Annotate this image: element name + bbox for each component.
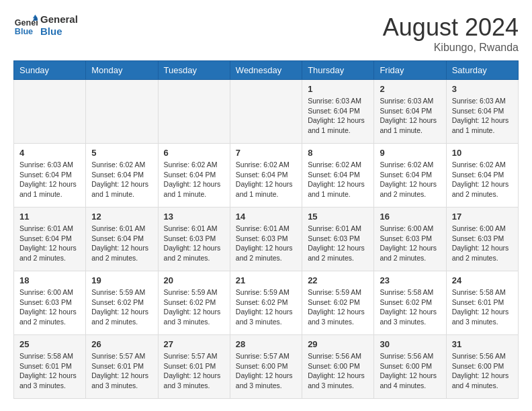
day-info: Sunrise: 6:02 AM Sunset: 6:04 PM Dayligh… xyxy=(164,160,224,199)
day-number: 14 xyxy=(236,212,296,222)
calendar-cell-25: 21Sunrise: 5:59 AM Sunset: 6:02 PM Dayli… xyxy=(230,271,302,335)
day-number: 16 xyxy=(380,212,440,222)
day-info: Sunrise: 6:00 AM Sunset: 6:03 PM Dayligh… xyxy=(380,224,440,263)
weekday-header-saturday: Saturday xyxy=(446,61,518,80)
calendar-cell-9: 5Sunrise: 6:02 AM Sunset: 6:04 PM Daylig… xyxy=(86,144,158,208)
calendar-cell-1 xyxy=(14,80,86,144)
calendar-cell-22: 18Sunrise: 6:00 AM Sunset: 6:03 PM Dayli… xyxy=(14,271,86,335)
day-info: Sunrise: 6:03 AM Sunset: 6:04 PM Dayligh… xyxy=(380,96,440,136)
calendar-cell-13: 9Sunrise: 6:02 AM Sunset: 6:04 PM Daylig… xyxy=(374,144,446,208)
calendar-week-5: 25Sunrise: 5:58 AM Sunset: 6:01 PM Dayli… xyxy=(14,335,519,399)
svg-text:Blue: Blue xyxy=(15,27,33,36)
calendar-cell-12: 8Sunrise: 6:02 AM Sunset: 6:04 PM Daylig… xyxy=(302,144,374,208)
calendar-body: 1Sunrise: 6:03 AM Sunset: 6:04 PM Daylig… xyxy=(14,80,519,399)
calendar-week-1: 1Sunrise: 6:03 AM Sunset: 6:04 PM Daylig… xyxy=(14,80,519,144)
logo-general-text: General xyxy=(40,13,78,26)
calendar-cell-32: 28Sunrise: 5:57 AM Sunset: 6:00 PM Dayli… xyxy=(230,335,302,399)
day-number: 3 xyxy=(452,84,513,94)
calendar-cell-19: 15Sunrise: 6:01 AM Sunset: 6:03 PM Dayli… xyxy=(302,208,374,271)
day-info: Sunrise: 6:01 AM Sunset: 6:04 PM Dayligh… xyxy=(91,224,152,263)
calendar-week-3: 11Sunrise: 6:01 AM Sunset: 6:04 PM Dayli… xyxy=(14,208,519,271)
day-info: Sunrise: 5:59 AM Sunset: 6:02 PM Dayligh… xyxy=(164,287,224,327)
calendar-cell-7: 3Sunrise: 6:03 AM Sunset: 6:04 PM Daylig… xyxy=(446,80,518,144)
day-number: 1 xyxy=(308,84,368,94)
calendar-table: SundayMondayTuesdayWednesdayThursdayFrid… xyxy=(13,60,519,399)
day-number: 31 xyxy=(452,339,513,349)
day-info: Sunrise: 5:56 AM Sunset: 6:00 PM Dayligh… xyxy=(452,351,513,391)
day-info: Sunrise: 5:58 AM Sunset: 6:01 PM Dayligh… xyxy=(19,351,80,391)
day-number: 22 xyxy=(308,275,368,285)
day-number: 8 xyxy=(308,148,368,158)
day-number: 30 xyxy=(380,339,440,349)
calendar-cell-3 xyxy=(158,80,230,144)
day-number: 7 xyxy=(236,148,296,158)
day-info: Sunrise: 5:56 AM Sunset: 6:00 PM Dayligh… xyxy=(308,351,368,391)
weekday-header-tuesday: Tuesday xyxy=(158,61,230,80)
day-number: 29 xyxy=(308,339,368,349)
weekday-header-monday: Monday xyxy=(86,61,158,80)
calendar-cell-11: 7Sunrise: 6:02 AM Sunset: 6:04 PM Daylig… xyxy=(230,144,302,208)
day-info: Sunrise: 6:02 AM Sunset: 6:04 PM Dayligh… xyxy=(236,160,296,199)
day-number: 27 xyxy=(164,339,224,349)
day-number: 4 xyxy=(19,148,80,158)
day-number: 24 xyxy=(452,275,513,285)
logo: General Blue General Blue xyxy=(13,13,78,38)
day-number: 17 xyxy=(452,212,513,222)
weekday-header-friday: Friday xyxy=(374,61,446,80)
day-info: Sunrise: 5:59 AM Sunset: 6:02 PM Dayligh… xyxy=(236,287,296,327)
weekday-header-thursday: Thursday xyxy=(302,61,374,80)
calendar-cell-29: 25Sunrise: 5:58 AM Sunset: 6:01 PM Dayli… xyxy=(14,335,86,399)
weekday-header-sunday: Sunday xyxy=(14,61,86,80)
calendar-week-2: 4Sunrise: 6:03 AM Sunset: 6:04 PM Daylig… xyxy=(14,144,519,208)
day-number: 11 xyxy=(19,212,80,222)
day-info: Sunrise: 6:01 AM Sunset: 6:04 PM Dayligh… xyxy=(19,224,80,263)
day-info: Sunrise: 6:02 AM Sunset: 6:04 PM Dayligh… xyxy=(380,160,440,199)
day-info: Sunrise: 6:02 AM Sunset: 6:04 PM Dayligh… xyxy=(308,160,368,199)
day-number: 19 xyxy=(91,275,152,285)
day-number: 9 xyxy=(380,148,440,158)
calendar-cell-6: 2Sunrise: 6:03 AM Sunset: 6:04 PM Daylig… xyxy=(374,80,446,144)
day-number: 18 xyxy=(19,275,80,285)
calendar-cell-33: 29Sunrise: 5:56 AM Sunset: 6:00 PM Dayli… xyxy=(302,335,374,399)
day-number: 15 xyxy=(308,212,368,222)
day-number: 23 xyxy=(380,275,440,285)
calendar-cell-5: 1Sunrise: 6:03 AM Sunset: 6:04 PM Daylig… xyxy=(302,80,374,144)
calendar-cell-16: 12Sunrise: 6:01 AM Sunset: 6:04 PM Dayli… xyxy=(86,208,158,271)
calendar-cell-23: 19Sunrise: 5:59 AM Sunset: 6:02 PM Dayli… xyxy=(86,271,158,335)
day-info: Sunrise: 6:00 AM Sunset: 6:03 PM Dayligh… xyxy=(19,287,80,327)
day-number: 12 xyxy=(91,212,152,222)
calendar-cell-15: 11Sunrise: 6:01 AM Sunset: 6:04 PM Dayli… xyxy=(14,208,86,271)
day-info: Sunrise: 5:59 AM Sunset: 6:02 PM Dayligh… xyxy=(308,287,368,327)
day-info: Sunrise: 6:01 AM Sunset: 6:03 PM Dayligh… xyxy=(308,224,368,263)
calendar-cell-35: 31Sunrise: 5:56 AM Sunset: 6:00 PM Dayli… xyxy=(446,335,518,399)
calendar-cell-34: 30Sunrise: 5:56 AM Sunset: 6:00 PM Dayli… xyxy=(374,335,446,399)
day-number: 10 xyxy=(452,148,513,158)
day-number: 5 xyxy=(91,148,152,158)
day-number: 20 xyxy=(164,275,224,285)
logo-icon: General Blue xyxy=(13,13,38,38)
day-number: 25 xyxy=(19,339,80,349)
day-info: Sunrise: 5:59 AM Sunset: 6:02 PM Dayligh… xyxy=(91,287,152,327)
calendar-cell-8: 4Sunrise: 6:03 AM Sunset: 6:04 PM Daylig… xyxy=(14,144,86,208)
calendar-cell-28: 24Sunrise: 5:58 AM Sunset: 6:01 PM Dayli… xyxy=(446,271,518,335)
calendar-cell-20: 16Sunrise: 6:00 AM Sunset: 6:03 PM Dayli… xyxy=(374,208,446,271)
day-info: Sunrise: 6:00 AM Sunset: 6:03 PM Dayligh… xyxy=(452,224,513,263)
day-info: Sunrise: 6:01 AM Sunset: 6:03 PM Dayligh… xyxy=(236,224,296,263)
day-info: Sunrise: 6:03 AM Sunset: 6:04 PM Dayligh… xyxy=(308,96,368,136)
weekday-header-wednesday: Wednesday xyxy=(230,61,302,80)
day-info: Sunrise: 5:58 AM Sunset: 6:01 PM Dayligh… xyxy=(452,287,513,327)
title-block: August 2024 Kibungo, Rwanda xyxy=(383,13,519,54)
calendar-cell-27: 23Sunrise: 5:58 AM Sunset: 6:02 PM Dayli… xyxy=(374,271,446,335)
calendar-cell-14: 10Sunrise: 6:02 AM Sunset: 6:04 PM Dayli… xyxy=(446,144,518,208)
day-info: Sunrise: 6:02 AM Sunset: 6:04 PM Dayligh… xyxy=(91,160,152,199)
page-header: General Blue General Blue August 2024 Ki… xyxy=(13,13,519,54)
calendar-header: SundayMondayTuesdayWednesdayThursdayFrid… xyxy=(14,61,519,80)
day-info: Sunrise: 5:56 AM Sunset: 6:00 PM Dayligh… xyxy=(380,351,440,391)
calendar-cell-30: 26Sunrise: 5:57 AM Sunset: 6:01 PM Dayli… xyxy=(86,335,158,399)
day-info: Sunrise: 5:57 AM Sunset: 6:01 PM Dayligh… xyxy=(91,351,152,391)
day-number: 6 xyxy=(164,148,224,158)
calendar-subtitle: Kibungo, Rwanda xyxy=(383,42,519,54)
calendar-cell-2 xyxy=(86,80,158,144)
day-number: 26 xyxy=(91,339,152,349)
day-number: 2 xyxy=(380,84,440,94)
